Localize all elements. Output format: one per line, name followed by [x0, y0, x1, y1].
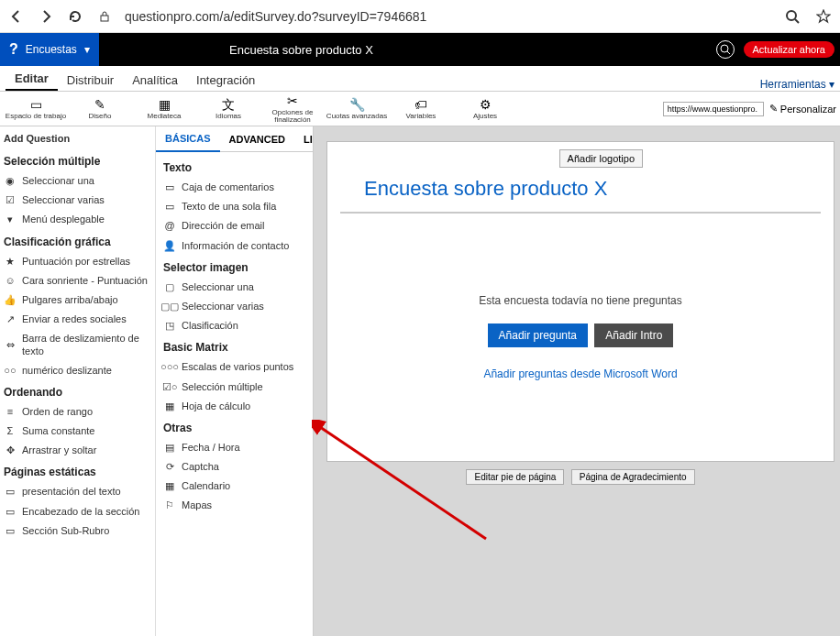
slider-icon: ⇔ — [4, 340, 17, 351]
lock-icon — [95, 7, 114, 26]
imgmany-icon: ▢▢ — [163, 302, 176, 313]
tool-media[interactable]: ▦Mediateca — [132, 97, 196, 120]
sum-icon: Σ — [4, 426, 17, 437]
workspace-icon: ▭ — [30, 97, 42, 112]
item-star-rating[interactable]: ★Puntuación por estrellas — [2, 252, 153, 271]
thanks-page-button[interactable]: Página de Agradecimiento — [571, 469, 695, 485]
item-section-header[interactable]: ▭Encabezado de la sección — [2, 502, 153, 521]
search-icon[interactable] — [716, 40, 735, 59]
tools-menu[interactable]: Herramientas ▾ — [760, 78, 834, 91]
mitem-maps[interactable]: ⚐Mapas — [161, 496, 307, 515]
editor-toolbar: ▭Espacio de trabajo ✎Diseño ▦Mediateca 文… — [0, 92, 840, 126]
comment-icon: ▭ — [163, 182, 176, 193]
qtab-basicas[interactable]: BÁSICAS — [156, 126, 220, 152]
tool-finish-options[interactable]: ✂Opciones de finalización — [260, 93, 325, 124]
survey-canvas: Añadir logotipo Encuesta sobre producto … — [314, 126, 840, 636]
tool-languages[interactable]: 文Idiomas — [196, 97, 260, 120]
qtab-advanced[interactable]: ADVANCED — [220, 126, 295, 152]
brand-menu-label: Encuestas — [26, 43, 77, 56]
smiley-icon: ☺ — [4, 275, 17, 286]
back-icon[interactable] — [7, 7, 26, 26]
item-text-slider[interactable]: ⇔Barra de deslizamiento de texto — [2, 329, 153, 360]
tool-workspace[interactable]: ▭Espacio de trabajo — [4, 97, 68, 120]
brand-menu[interactable]: ? Encuestas ▾ — [0, 33, 99, 66]
map-icon: ⚐ — [163, 500, 176, 511]
personalize-button[interactable]: ✎Personalizar — [769, 103, 836, 115]
item-drag-drop[interactable]: ✥Arrastrar y soltar — [2, 441, 153, 460]
survey-url-input[interactable] — [663, 102, 764, 116]
mitem-img-select-one[interactable]: ▢Seleccionar una — [161, 278, 307, 297]
tab-integracion[interactable]: Integración — [187, 70, 264, 91]
tab-analitica[interactable]: Analítica — [123, 70, 187, 91]
item-menu-desplegable[interactable]: ▾Menú desplegable — [2, 210, 153, 229]
tab-distribuir[interactable]: Distribuir — [58, 70, 123, 91]
tab-editar[interactable]: Editar — [6, 68, 58, 91]
item-thumbs[interactable]: 👍Pulgares arriba/abajo — [2, 291, 153, 310]
design-icon: ✎ — [94, 97, 105, 112]
item-smiley[interactable]: ☺Cara sonriente - Puntuación — [2, 271, 153, 291]
item-text-presentation[interactable]: ▭presentación del texto — [2, 482, 153, 501]
item-social[interactable]: ↗Enviar a redes sociales — [2, 310, 153, 329]
empty-survey-msg: Esta encuesta todavía no tiene preguntas — [340, 294, 821, 307]
add-question-button[interactable]: Add Question — [2, 130, 153, 149]
forward-icon[interactable] — [37, 7, 55, 26]
add-intro-button[interactable]: Añadir Intro — [594, 323, 673, 347]
item-seleccionar-una[interactable]: ◉Seleccionar una — [2, 171, 153, 191]
mitem-multipoint[interactable]: ○○○Escalas de varios puntos — [161, 357, 307, 377]
group-clasificacion-grafica: Clasificación gráfica — [2, 230, 153, 252]
mitem-contact[interactable]: 👤Información de contacto — [161, 236, 307, 256]
mitem-datetime[interactable]: ▤Fecha / Hora — [161, 438, 307, 457]
mitem-spreadsheet[interactable]: ▦Hoja de cálculo — [161, 397, 307, 416]
zoom-icon[interactable] — [783, 7, 801, 26]
reload-icon[interactable] — [66, 7, 84, 26]
mitem-matrix-multi[interactable]: ☑○Selección múltiple — [161, 378, 307, 397]
text-icon: ▭ — [4, 487, 17, 498]
item-section-sub[interactable]: ▭Sección Sub-Rubro — [2, 521, 153, 541]
tool-quotas[interactable]: 🔧Cuotas avanzadas — [325, 97, 389, 120]
qtab-library[interactable]: LIBRARY — [294, 126, 314, 152]
item-rank[interactable]: ≡Orden de rango — [2, 402, 153, 422]
mgroup-otras: Otras — [161, 416, 307, 438]
tool-design[interactable]: ✎Diseño — [68, 97, 132, 120]
svg-point-3 — [721, 45, 728, 52]
add-question-main-button[interactable]: Añadir pregunta — [488, 323, 588, 347]
edit-footer-button[interactable]: Editar pie de página — [466, 469, 564, 485]
canvas-footer-buttons: Editar pie de página Página de Agradecim… — [327, 469, 834, 485]
tool-settings[interactable]: ⚙Ajustes — [453, 97, 517, 120]
mitem-email[interactable]: @Dirección de email — [161, 216, 307, 236]
item-constant-sum[interactable]: ΣSuma constante — [2, 422, 153, 441]
subheader-icon: ▭ — [4, 525, 17, 536]
quotas-icon: 🔧 — [349, 97, 365, 112]
mitem-comment-box[interactable]: ▭Caja de comentarios — [161, 178, 307, 197]
item-numeric-slider[interactable]: ○○numérico deslizante — [2, 361, 153, 380]
mitem-img-rank[interactable]: ◳Clasificación — [161, 316, 307, 335]
update-now-button[interactable]: Actualizar ahora — [744, 41, 835, 58]
spreadsheet-icon: ▦ — [163, 400, 176, 411]
mgroup-basic-matrix: Basic Matrix — [161, 335, 307, 357]
languages-icon: 文 — [222, 97, 235, 112]
mitem-calendar[interactable]: ▦Calendario — [161, 477, 307, 496]
mitem-img-select-many[interactable]: ▢▢Seleccionar varias — [161, 297, 307, 316]
survey-title-top: Encuesta sobre producto X — [229, 43, 373, 57]
app-topbar: ? Encuestas ▾ Encuesta sobre producto X … — [0, 33, 840, 66]
question-sidebar: Add Question Selección múltiple ◉Selecci… — [0, 126, 156, 636]
main-area: Add Question Selección múltiple ◉Selecci… — [0, 126, 840, 636]
imgrank-icon: ◳ — [163, 321, 176, 332]
item-seleccionar-varias[interactable]: ☑Seleccionar varias — [2, 191, 153, 210]
group-seleccion-multiple: Selección múltiple — [2, 149, 153, 171]
star-icon[interactable] — [814, 7, 833, 26]
tool-variables[interactable]: 🏷Variables — [389, 97, 453, 120]
mitem-single-row[interactable]: ▭Texto de una sola fila — [161, 197, 307, 216]
add-from-word-link[interactable]: Añadir preguntas desde Microsoft Word — [483, 367, 677, 380]
matrix-icon: ☑○ — [163, 381, 176, 392]
dropdown-icon: ▾ — [4, 214, 17, 225]
stars-icon: ★ — [4, 256, 17, 267]
chevron-down-icon: ▾ — [84, 43, 90, 56]
svg-rect-0 — [101, 16, 108, 21]
svg-line-2 — [795, 19, 799, 23]
pencil-icon: ✎ — [769, 103, 778, 115]
group-ordenando: Ordenando — [2, 380, 153, 402]
add-logo-button[interactable]: Añadir logotipo — [559, 149, 643, 168]
url-bar[interactable]: questionpro.com/a/editSurvey.do?surveyID… — [125, 9, 772, 24]
mitem-captcha[interactable]: ⟳Captcha — [161, 457, 307, 477]
